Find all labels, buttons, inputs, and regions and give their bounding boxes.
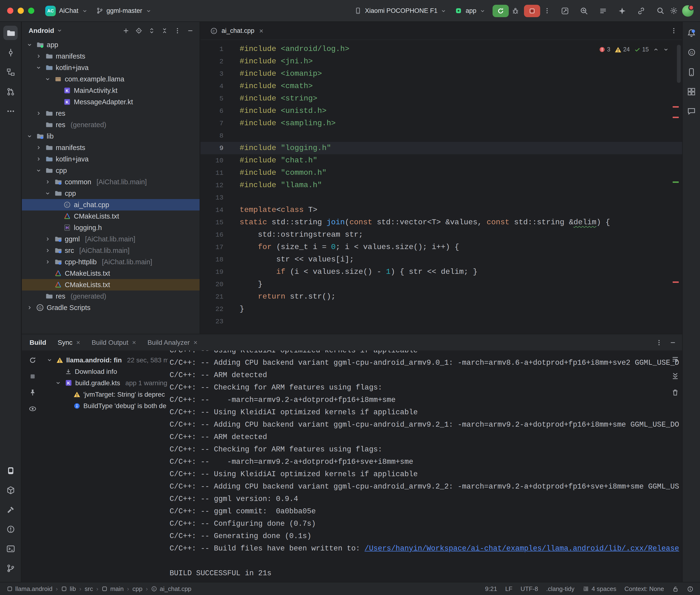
- vcs-branch-selector[interactable]: ggml-master: [92, 5, 156, 16]
- tree-item-ggml-aichat-lib-main[interactable]: ggml[AiChat.lib.main]: [22, 233, 200, 245]
- tree-item-com-example-llama[interactable]: com.example.llama: [22, 73, 200, 85]
- preview-button[interactable]: [28, 405, 36, 415]
- error-stripe-mark[interactable]: [673, 117, 679, 118]
- breadcrumb-lib[interactable]: lib: [61, 585, 76, 592]
- build-tab-build-output[interactable]: Build Output×: [92, 339, 136, 346]
- stop-square-button[interactable]: [28, 372, 36, 382]
- close-tab-icon[interactable]: ×: [76, 339, 80, 346]
- device-selector[interactable]: Xiaomi POCOPHONE F1: [350, 5, 451, 16]
- tree-item-cmakelists-txt[interactable]: CMakeLists.txt: [22, 210, 200, 222]
- logcat-button[interactable]: [596, 4, 610, 18]
- tool-stripe-project-button[interactable]: [3, 26, 18, 40]
- code-editor[interactable]: 1#include <android/log.h>2#include <jni.…: [200, 40, 682, 334]
- scroll-to-end-button[interactable]: [671, 372, 679, 382]
- inspections-widget[interactable]: 3 24 15: [596, 42, 672, 57]
- tree-item-ai-chat-cpp[interactable]: Cai_chat.cpp: [22, 199, 200, 210]
- hide-build-panel-icon[interactable]: [669, 339, 676, 346]
- tool-stripe-terminal-button[interactable]: [3, 541, 18, 556]
- line-separator[interactable]: LF: [505, 585, 512, 592]
- select-opened-file-button[interactable]: [133, 25, 144, 36]
- context-widget[interactable]: Context: None: [624, 585, 664, 592]
- chevron-down-icon[interactable]: [26, 42, 33, 48]
- lock-open-icon[interactable]: [672, 586, 679, 592]
- tool-stripe-gradle-button[interactable]: G: [684, 45, 699, 59]
- tree-item-mainactivity-kt[interactable]: KMainActivity.kt: [22, 85, 200, 96]
- add-button[interactable]: [120, 25, 132, 36]
- chevron-right-icon[interactable]: [44, 259, 52, 265]
- tree-item-kotlin-java[interactable]: kotlin+java: [22, 153, 200, 165]
- profiler-button[interactable]: [577, 4, 591, 18]
- project-view-selector[interactable]: Android: [29, 27, 54, 34]
- chevron-right-icon[interactable]: [35, 156, 43, 162]
- minimize-window-button[interactable]: [18, 8, 24, 14]
- code-line-15[interactable]: 15static std::string join(const std::vec…: [200, 216, 682, 229]
- breadcrumb-llama-android[interactable]: llama.android: [7, 585, 52, 592]
- code-line-4[interactable]: 4#include <cmath>: [200, 80, 682, 92]
- tree-item-manifests[interactable]: manifests: [22, 142, 200, 153]
- code-line-20[interactable]: 20 }: [200, 278, 682, 290]
- code-line-5[interactable]: 5#include <string>: [200, 92, 682, 105]
- build-tab-build-analyzer[interactable]: Build Analyzer×: [147, 339, 197, 346]
- tree-item-cmakelists-txt[interactable]: CMakeLists.txt: [22, 279, 200, 290]
- profile-avatar[interactable]: [682, 5, 694, 17]
- tree-item-cpp-httplib-aichat-lib-main[interactable]: cpp-httplib[AiChat.lib.main]: [22, 256, 200, 267]
- clear-button[interactable]: [671, 389, 679, 399]
- breadcrumb-cpp[interactable]: cpp: [133, 585, 142, 592]
- prev-problem-chevron-icon[interactable]: [653, 47, 659, 52]
- code-line-16[interactable]: 16 std::ostringstream str;: [200, 229, 682, 241]
- zoom-window-button[interactable]: [28, 8, 34, 14]
- expand-all-button[interactable]: [146, 25, 157, 36]
- code-line-21[interactable]: 21 return str.str();: [200, 290, 682, 303]
- tree-item-kotlin-java[interactable]: kotlin+java: [22, 62, 200, 73]
- file-encoding[interactable]: UTF-8: [521, 585, 538, 592]
- tool-stripe-assistant-chat-button[interactable]: [684, 104, 699, 118]
- tree-item-messageadapter-kt[interactable]: KMessageAdapter.kt: [22, 96, 200, 108]
- code-line-3[interactable]: 3#include <iomanip>: [200, 67, 682, 80]
- tree-item-cmakelists-txt[interactable]: CMakeLists.txt: [22, 267, 200, 279]
- run-config-selector[interactable]: app: [451, 5, 490, 16]
- code-line-14[interactable]: 14template<class T>: [200, 204, 682, 216]
- tree-item-cpp[interactable]: cpp: [22, 165, 200, 176]
- tool-stripe-notifications-button[interactable]: [684, 26, 699, 40]
- tool-stripe-resource-manager-button[interactable]: [684, 84, 699, 98]
- more-run-actions-kebab[interactable]: [540, 4, 554, 18]
- tool-stripe-pull-requests-button[interactable]: [3, 84, 18, 98]
- stop-button[interactable]: [524, 4, 540, 17]
- editor-options-kebab[interactable]: [670, 27, 677, 34]
- code-line-19[interactable]: 19 if (i < values.size() - 1) { str << d…: [200, 266, 682, 278]
- tool-stripe-build-button[interactable]: [3, 502, 18, 517]
- build-tree-item-build-gradle-kts[interactable]: Kbuild.gradle.ktsapp 1 warning: [43, 377, 168, 389]
- tree-item-cpp[interactable]: cpp: [22, 188, 200, 199]
- code-line-8[interactable]: 8: [200, 130, 682, 142]
- tool-stripe-problems-button[interactable]: [3, 522, 18, 536]
- chevron-down-icon[interactable]: [54, 380, 62, 386]
- tool-stripe-running-devices-button[interactable]: [3, 463, 18, 478]
- code-line-12[interactable]: 12#include "llama.h": [200, 179, 682, 192]
- settings-button[interactable]: [667, 4, 680, 18]
- chevron-right-icon[interactable]: [26, 305, 33, 310]
- clang-tidy[interactable]: .clang-tidy: [546, 585, 575, 592]
- tool-stripe-device-manager-button[interactable]: [684, 65, 699, 79]
- tool-stripe-structure-button[interactable]: [3, 65, 18, 79]
- build-options-kebab[interactable]: [655, 339, 663, 346]
- build-tab-sync[interactable]: Sync×: [58, 339, 80, 346]
- hide-button[interactable]: [184, 25, 196, 36]
- error-stripe-mark[interactable]: [673, 106, 679, 108]
- tool-stripe-packages-button[interactable]: [3, 483, 18, 497]
- inspection-indicator-icon[interactable]: [687, 586, 694, 592]
- tool-stripe-version-control-button[interactable]: [3, 561, 18, 575]
- build-tree-item-buildtype-debug-is-both-de[interactable]: BuildType 'debug' is both de: [43, 400, 168, 412]
- code-line-23[interactable]: 23: [200, 315, 682, 328]
- tree-item-app[interactable]: app: [22, 39, 200, 51]
- chevron-down-icon[interactable]: [44, 191, 52, 196]
- close-tab-icon[interactable]: ×: [132, 339, 136, 346]
- code-line-17[interactable]: 17 for (size_t i = 0; i < values.size();…: [200, 241, 682, 253]
- chevron-down-icon[interactable]: [46, 357, 53, 363]
- chevron-right-icon[interactable]: [44, 236, 52, 242]
- error-stripe-mark[interactable]: [673, 281, 679, 283]
- tool-stripe-more-tools-button[interactable]: [3, 104, 18, 118]
- chevron-down-icon[interactable]: [35, 65, 43, 70]
- close-tab-icon[interactable]: ×: [194, 339, 197, 346]
- close-window-button[interactable]: [7, 8, 13, 14]
- debug-button[interactable]: [509, 4, 522, 18]
